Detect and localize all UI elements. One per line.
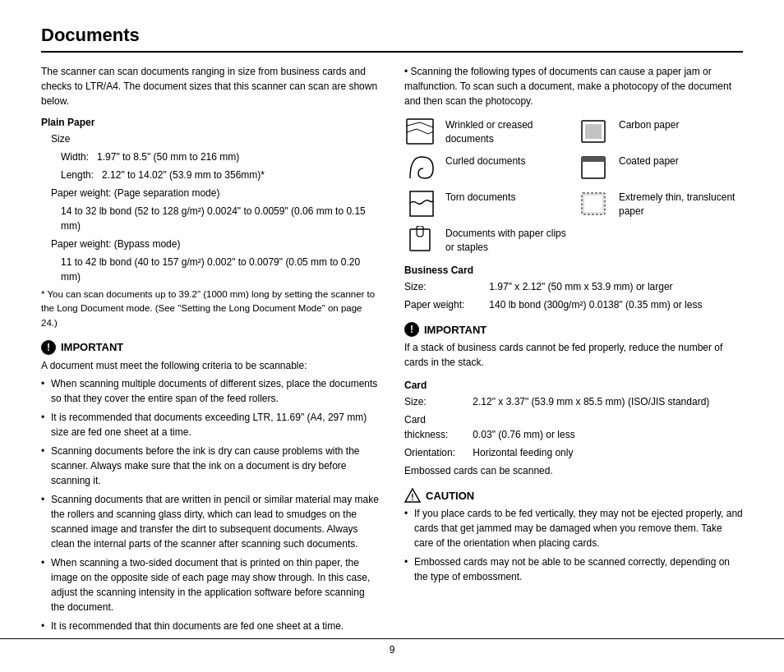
important-bullets: When scanning multiple documents of diff… (41, 376, 380, 633)
doc-type-wrinkled: Wrinkled or creased documents (404, 117, 570, 146)
list-item: Embossed cards may not be able to be sca… (404, 555, 743, 584)
card-orientation-row: Orientation: Horizontal feeding only (404, 445, 743, 460)
caution-heading: CAUTION (426, 490, 474, 502)
svg-line-1 (407, 122, 420, 126)
important-icon: ! (41, 340, 56, 355)
torn-label: Torn documents (445, 189, 515, 205)
card-size-value: 2.12" x 3.37" (53.9 mm x 85.5 mm) (ISO/J… (473, 396, 709, 407)
business-card-section: Business Card Size: 1.97" x 2.12" (50 mm… (404, 263, 743, 312)
svg-line-5 (428, 131, 433, 134)
caution-icon: ! (404, 488, 421, 503)
doc-type-carbon: Carbon paper (578, 117, 743, 146)
plain-paper-heading: Plain Paper (41, 115, 380, 130)
bc-pw-value: 140 lb bond (300g/m²) 0.0138" (0.35 mm) … (489, 299, 702, 311)
torn-icon (404, 189, 439, 219)
width-value: 1.97" to 8.5" (50 mm to 216 mm) (97, 151, 239, 163)
asterisk-note: * You can scan documents up to 39.2" (10… (41, 288, 380, 330)
card-embossed-note: Embossed cards can be scanned. (404, 463, 743, 478)
clips-icon (404, 225, 439, 255)
title-divider (41, 51, 743, 53)
svg-line-3 (407, 129, 417, 132)
right-column: • Scanning the following types of docume… (404, 64, 743, 638)
curled-label: Curled documents (445, 153, 525, 168)
curled-icon (404, 153, 439, 182)
bc-size-label: Size: (404, 279, 487, 294)
card-size-row: Size: 2.12" x 3.37" (53.9 mm x 85.5 mm) … (404, 394, 743, 409)
important-heading: IMPORTANT (61, 341, 123, 353)
pw-bypass-label: Paper weight: (Bypass mode) (51, 237, 380, 251)
intro-text: The scanner can scan documents ranging i… (41, 64, 380, 108)
doc-type-clips: Documents with paper clips or staples (404, 225, 570, 255)
card-size-label: Size: (404, 394, 470, 409)
list-item: Scanning documents that are written in p… (41, 492, 380, 551)
card-thickness-row: Card thickness: 0.03" (0.76 mm) or less (404, 412, 743, 442)
bc-size-value: 1.97" x 2.12" (50 mm x 53.9 mm) or large… (489, 281, 672, 292)
size-label: Size (51, 131, 380, 146)
important2-text: If a stack of business cards cannot be f… (404, 340, 743, 370)
card-orientation-value: Horizontal feeding only (473, 447, 573, 458)
svg-rect-12 (410, 229, 430, 251)
pw-page-label: Paper weight: (Page separation mode) (51, 186, 380, 200)
doc-types-grid: Wrinkled or creased documents Carbon pap… (404, 117, 743, 255)
carbon-icon (578, 117, 612, 146)
clips-label: Documents with paper clips or staples (445, 225, 570, 255)
doc-type-thin: Extremely thin, translucent paper (578, 189, 743, 219)
svg-rect-7 (585, 124, 602, 139)
caution-section: ! CAUTION If you place cards to be fed v… (404, 488, 743, 584)
wrinkled-icon (404, 117, 439, 146)
coated-icon (578, 153, 612, 182)
bullet-prefix: • (404, 66, 411, 77)
length-value: 2.12" to 14.02" (53.9 mm to 356mm)* (102, 169, 265, 181)
plain-paper-section: Plain Paper Size Width: 1.97" to 8.5" (5… (41, 115, 380, 330)
scan-warning: • Scanning the following types of docume… (404, 64, 743, 108)
important-header-2: ! IMPORTANT (404, 322, 743, 337)
list-item: If you place cards to be fed vertically,… (404, 506, 743, 550)
bc-pw-row: Paper weight: 140 lb bond (300g/m²) 0.01… (404, 297, 743, 312)
caution-bullets: If you place cards to be fed vertically,… (404, 506, 743, 584)
thin-label: Extremely thin, translucent paper (619, 189, 743, 219)
empty-slot (578, 225, 743, 255)
left-column: The scanner can scan documents ranging i… (41, 64, 380, 638)
svg-line-2 (420, 122, 433, 127)
doc-type-coated: Coated paper (578, 153, 743, 182)
length-row: Length: 2.12" to 14.02" (53.9 mm to 356m… (61, 168, 380, 182)
card-thickness-label: Card thickness: (404, 412, 470, 442)
bc-size-row: Size: 1.97" x 2.12" (50 mm x 53.9 mm) or… (404, 279, 743, 294)
svg-rect-11 (583, 195, 603, 213)
list-item: When scanning a two-sided document that … (41, 555, 380, 614)
doc-type-torn: Torn documents (404, 189, 570, 219)
svg-rect-9 (582, 157, 605, 162)
bc-pw-label: Paper weight: (404, 297, 487, 312)
page-number: 9 (390, 644, 395, 656)
card-section: Card Size: 2.12" x 3.37" (53.9 mm x 85.5… (404, 378, 743, 478)
important-section-2: ! IMPORTANT If a stack of business cards… (404, 322, 743, 370)
svg-line-4 (417, 129, 428, 134)
card-heading: Card (404, 378, 743, 393)
list-item: It is recommended that thin documents ar… (41, 619, 380, 633)
pw-page-value: 14 to 32 lb bond (52 to 128 g/m²) 0.0024… (61, 204, 380, 233)
card-thickness-value: 0.03" (0.76 mm) or less (473, 429, 574, 440)
important-header: ! IMPORTANT (41, 340, 380, 355)
carbon-label: Carbon paper (619, 117, 679, 132)
business-card-heading: Business Card (404, 263, 743, 278)
pw-bypass-value: 11 to 42 lb bond (40 to 157 g/m²) 0.002"… (61, 255, 380, 284)
width-label: Width: (61, 151, 89, 163)
caution-header: ! CAUTION (404, 488, 743, 503)
width-row: Width: 1.97" to 8.5" (50 mm to 216 mm) (61, 150, 380, 164)
important-heading-2: IMPORTANT (424, 324, 487, 336)
page-title: Documents (41, 25, 743, 46)
main-content: The scanner can scan documents ranging i… (41, 64, 743, 638)
svg-text:!: ! (411, 493, 413, 502)
svg-rect-10 (582, 193, 605, 214)
important-section: ! IMPORTANT A document must meet the fol… (41, 340, 380, 633)
length-label: Length: (61, 169, 94, 181)
wrinkled-label: Wrinkled or creased documents (445, 117, 570, 146)
important-icon-2: ! (404, 322, 419, 337)
list-item: When scanning multiple documents of diff… (41, 376, 380, 406)
scan-warning-text: Scanning the following types of document… (404, 66, 731, 107)
thin-icon (578, 189, 612, 219)
coated-label: Coated paper (619, 153, 679, 168)
doc-type-curled: Curled documents (404, 153, 570, 182)
list-item: Scanning documents before the ink is dry… (41, 444, 380, 488)
list-item: It is recommended that documents exceedi… (41, 410, 380, 440)
